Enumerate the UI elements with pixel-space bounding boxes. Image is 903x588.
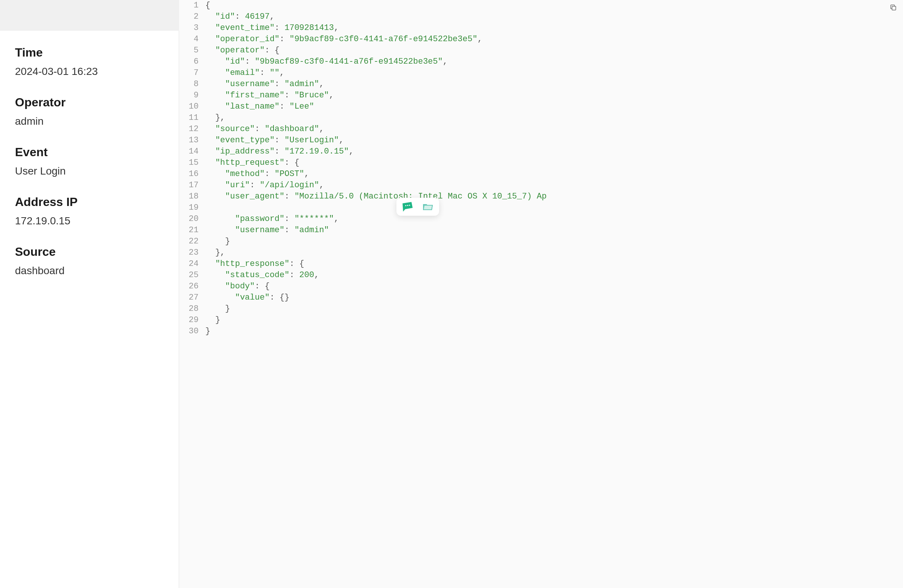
code-line: 23 }, <box>179 247 903 258</box>
code-line: 16 "method": "POST", <box>179 168 903 180</box>
event-value: User Login <box>15 165 164 177</box>
line-content[interactable]: }, <box>205 112 903 124</box>
line-number: 10 <box>179 101 205 112</box>
line-number: 13 <box>179 135 205 146</box>
line-number: 14 <box>179 146 205 157</box>
line-content[interactable]: "operator": { <box>205 45 903 56</box>
code-lines-container[interactable]: 1{2 "id": 46197,3 "event_time": 17092814… <box>179 0 903 337</box>
code-line: 14 "ip_address": "172.19.0.15", <box>179 146 903 157</box>
line-content[interactable]: "id": "9b9acf89-c3f0-4141-a76f-e914522be… <box>205 56 903 68</box>
line-number: 25 <box>179 270 205 281</box>
line-content[interactable]: "http_request": { <box>205 157 903 168</box>
event-label: Event <box>15 145 164 159</box>
line-content[interactable]: "first_name": "Bruce", <box>205 90 903 101</box>
address-ip-value: 172.19.0.15 <box>15 215 164 227</box>
code-line: 4 "operator_id": "9b9acf89-c3f0-4141-a76… <box>179 34 903 45</box>
line-number: 22 <box>179 236 205 247</box>
line-content[interactable]: "operator_id": "9b9acf89-c3f0-4141-a76f-… <box>205 34 903 45</box>
line-content[interactable]: } <box>205 314 903 326</box>
line-content[interactable]: "ip_address": "172.19.0.15", <box>205 146 903 157</box>
line-number: 17 <box>179 180 205 191</box>
code-line: 29 } <box>179 314 903 326</box>
line-number: 28 <box>179 303 205 314</box>
code-line: 10 "last_name": "Lee" <box>179 101 903 112</box>
line-number: 12 <box>179 124 205 135</box>
line-number: 23 <box>179 247 205 258</box>
line-number: 16 <box>179 168 205 180</box>
line-content[interactable]: } <box>205 236 903 247</box>
code-line: 27 "value": {} <box>179 292 903 303</box>
line-content[interactable]: "event_time": 1709281413, <box>205 22 903 34</box>
line-content[interactable]: "body": { <box>205 281 903 292</box>
code-line: 22 } <box>179 236 903 247</box>
line-number: 21 <box>179 225 205 236</box>
line-number: 11 <box>179 112 205 124</box>
line-content[interactable]: "method": "POST", <box>205 168 903 180</box>
line-content[interactable]: { <box>205 0 903 11</box>
line-content[interactable]: "username": "admin" <box>205 225 903 236</box>
line-content[interactable]: "uri": "/api/login", <box>205 180 903 191</box>
code-line: 19 <box>179 202 903 214</box>
line-number: 29 <box>179 314 205 326</box>
line-content[interactable]: "status_code": 200, <box>205 270 903 281</box>
code-line: 13 "event_type": "UserLogin", <box>179 135 903 146</box>
time-field: Time 2024-03-01 16:23 <box>15 46 164 77</box>
details-sidebar: Time 2024-03-01 16:23 Operator admin Eve… <box>0 31 179 588</box>
copy-icon <box>889 4 897 11</box>
time-label: Time <box>15 46 164 60</box>
line-content[interactable]: "http_response": { <box>205 258 903 270</box>
copy-button[interactable] <box>888 2 898 13</box>
code-line: 18 "user_agent": "Mozilla/5.0 (Macintosh… <box>179 191 903 202</box>
line-number: 24 <box>179 258 205 270</box>
line-number: 8 <box>179 79 205 90</box>
line-number: 5 <box>179 45 205 56</box>
line-number: 20 <box>179 214 205 225</box>
line-content[interactable]: "user_agent": "Mozilla/5.0 (Macintosh; I… <box>205 191 903 202</box>
line-content[interactable]: "id": 46197, <box>205 11 903 22</box>
line-content[interactable]: "source": "dashboard", <box>205 124 903 135</box>
line-content[interactable]: "username": "admin", <box>205 79 903 90</box>
source-value: dashboard <box>15 265 164 277</box>
line-number: 7 <box>179 68 205 79</box>
line-number: 6 <box>179 56 205 68</box>
code-line: 26 "body": { <box>179 281 903 292</box>
svg-point-1 <box>405 205 406 206</box>
code-line: 12 "source": "dashboard", <box>179 124 903 135</box>
code-line: 6 "id": "9b9acf89-c3f0-4141-a76f-e914522… <box>179 56 903 68</box>
code-line: 7 "email": "", <box>179 68 903 79</box>
operator-value: admin <box>15 115 164 127</box>
line-number: 2 <box>179 11 205 22</box>
code-line: 20 "password": "******", <box>179 214 903 225</box>
address-ip-label: Address IP <box>15 195 164 209</box>
event-field: Event User Login <box>15 145 164 177</box>
svg-point-2 <box>407 205 408 206</box>
code-line: 1{ <box>179 0 903 11</box>
line-content[interactable]: } <box>205 326 903 337</box>
code-line: 30} <box>179 326 903 337</box>
chat-icon[interactable] <box>402 201 414 213</box>
line-content[interactable]: "email": "", <box>205 68 903 79</box>
line-content[interactable]: "value": {} <box>205 292 903 303</box>
code-line: 24 "http_response": { <box>179 258 903 270</box>
line-number: 15 <box>179 157 205 168</box>
code-line: 11 }, <box>179 112 903 124</box>
line-content[interactable]: "last_name": "Lee" <box>205 101 903 112</box>
line-number: 27 <box>179 292 205 303</box>
code-line: 3 "event_time": 1709281413, <box>179 22 903 34</box>
code-line: 28 } <box>179 303 903 314</box>
line-number: 9 <box>179 90 205 101</box>
folder-icon[interactable] <box>422 201 434 213</box>
code-line: 17 "uri": "/api/login", <box>179 180 903 191</box>
json-code-panel: 1{2 "id": 46197,3 "event_time": 17092814… <box>179 0 903 588</box>
line-content[interactable]: "event_type": "UserLogin", <box>205 135 903 146</box>
code-line: 5 "operator": { <box>179 45 903 56</box>
svg-rect-0 <box>892 6 896 10</box>
line-content[interactable]: }, <box>205 247 903 258</box>
line-number: 19 <box>179 202 205 214</box>
sidebar-spacer <box>0 0 179 31</box>
line-content[interactable]: "password": "******", <box>205 214 903 225</box>
source-field: Source dashboard <box>15 245 164 277</box>
line-content[interactable]: } <box>205 303 903 314</box>
code-line: 15 "http_request": { <box>179 157 903 168</box>
code-line: 21 "username": "admin" <box>179 225 903 236</box>
